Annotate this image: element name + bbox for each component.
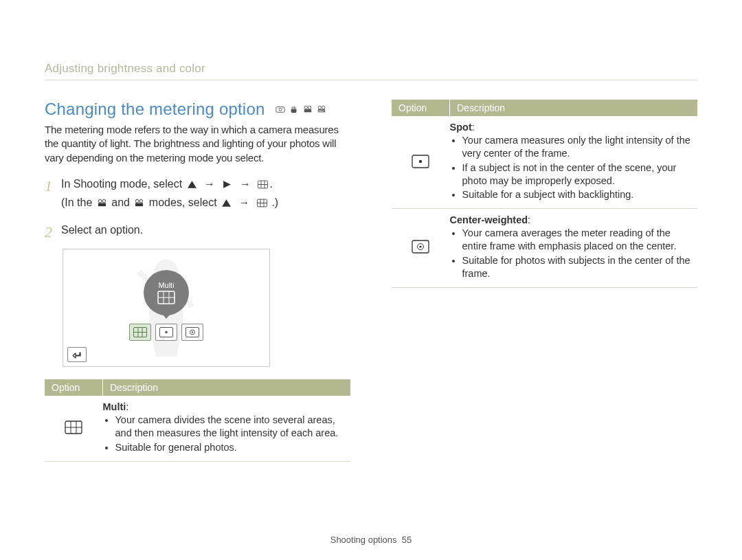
option-name: Center-weighted	[450, 214, 528, 225]
svg-text:SMART: SMART	[319, 110, 326, 113]
step1-text-b: (In the	[61, 197, 95, 208]
bullet: Suitable for general photos.	[115, 441, 346, 454]
smart-video-mode-icon: SMART	[317, 104, 326, 114]
svg-point-2	[283, 108, 284, 109]
svg-point-17	[136, 199, 139, 203]
option-name: Spot	[450, 122, 472, 133]
mode-icons: SMART	[276, 104, 326, 114]
options-table-right: Option Description Spot: Your camera mea…	[392, 100, 697, 288]
option-multi[interactable]	[129, 324, 151, 341]
metering-center-icon	[412, 240, 429, 254]
svg-point-46	[420, 246, 422, 248]
back-button[interactable]	[67, 347, 87, 362]
svg-point-18	[139, 199, 143, 203]
back-arrow-icon	[72, 350, 82, 359]
page-heading: Changing the metering option SMART	[45, 100, 350, 119]
intro-text: The metering mode refers to the way in w…	[45, 123, 350, 165]
svg-point-14	[98, 199, 102, 203]
svg-point-37	[192, 331, 193, 333]
th-option: Option	[45, 379, 103, 396]
up-triangle-icon	[187, 179, 197, 191]
heading-text: Changing the metering option	[45, 100, 265, 119]
option-icon-cell	[392, 209, 450, 287]
svg-rect-19	[135, 203, 143, 206]
option-desc-cell: Center-weighted: Your camera averages th…	[450, 209, 698, 287]
smart-video-mode-icon	[134, 198, 144, 210]
video-mode-icon	[303, 104, 313, 114]
step-list: In Shooting mode, select → → . (In the a…	[45, 176, 350, 239]
metering-options-row	[129, 324, 203, 341]
option-center-weighted[interactable]	[181, 324, 203, 341]
breadcrumb: Adjusting brightness and color	[45, 62, 697, 80]
option-desc-cell: Multi: Your camera divides the scene int…	[103, 396, 351, 461]
th-option: Option	[392, 100, 450, 116]
bullet: Your camera divides the scene into sever…	[115, 414, 346, 440]
step1-text-a: In Shooting mode, select	[61, 178, 186, 190]
hand-mode-icon	[289, 104, 299, 114]
svg-point-3	[305, 106, 308, 109]
bullet: Your camera measures only the light inte…	[462, 134, 693, 160]
svg-point-1	[279, 108, 282, 111]
arrow-icon: →	[240, 178, 251, 190]
metering-spot-icon	[412, 155, 429, 168]
svg-point-7	[322, 106, 325, 109]
bullet: Suitable for a subject with backlighting…	[462, 188, 693, 201]
svg-rect-5	[304, 109, 312, 112]
step-1: In Shooting mode, select → → . (In the a…	[45, 176, 350, 213]
camera-screen-preview: Multi	[63, 249, 270, 367]
metering-multi-icon	[258, 179, 268, 191]
bullet: Suitable for photos with subjects in the…	[462, 254, 693, 280]
svg-point-4	[308, 106, 311, 109]
svg-point-15	[102, 199, 106, 203]
footer-page-number: 55	[402, 535, 412, 545]
th-description: Description	[450, 100, 698, 116]
option-desc-cell: Spot: Your camera measures only the ligh…	[450, 116, 698, 209]
page-footer: Shooting options 55	[0, 535, 742, 545]
options-table-left: Option Description Multi: Your camera di…	[45, 379, 350, 462]
option-icon-cell	[392, 116, 450, 209]
step1-text-d: modes, select	[149, 197, 220, 208]
option-icon-cell	[45, 396, 103, 461]
table-row: Center-weighted: Your camera averages th…	[392, 209, 697, 287]
footer-section: Shooting options	[330, 535, 397, 545]
arrow-icon: →	[238, 197, 249, 208]
video-mode-icon	[97, 198, 107, 210]
svg-point-6	[319, 106, 322, 109]
camera-mode-icon	[276, 104, 285, 114]
tooltip-label: Multi	[158, 281, 174, 289]
svg-point-34	[165, 331, 168, 334]
metering-multi-icon	[157, 291, 175, 304]
metering-multi-icon	[257, 198, 267, 210]
step1-text-e: .)	[271, 197, 278, 208]
svg-rect-0	[276, 107, 284, 113]
table-row: Multi: Your camera divides the scene int…	[45, 396, 350, 461]
right-triangle-icon	[222, 179, 232, 191]
table-row: Spot: Your camera measures only the ligh…	[392, 116, 697, 209]
arrow-icon: →	[204, 178, 215, 190]
metering-multi-icon	[65, 421, 82, 434]
svg-rect-16	[98, 203, 106, 206]
option-spot[interactable]	[155, 324, 177, 341]
up-triangle-icon	[221, 198, 232, 210]
step-2: Select an option.	[45, 222, 350, 239]
step1-text-c: and	[111, 197, 133, 208]
svg-point-43	[419, 159, 422, 162]
option-name: Multi	[103, 401, 126, 412]
bullet: Your camera averages the meter reading o…	[462, 227, 693, 253]
tooltip-bubble: Multi	[144, 270, 189, 315]
th-description: Description	[103, 379, 351, 396]
bullet: If a subject is not in the center of the…	[462, 161, 693, 188]
